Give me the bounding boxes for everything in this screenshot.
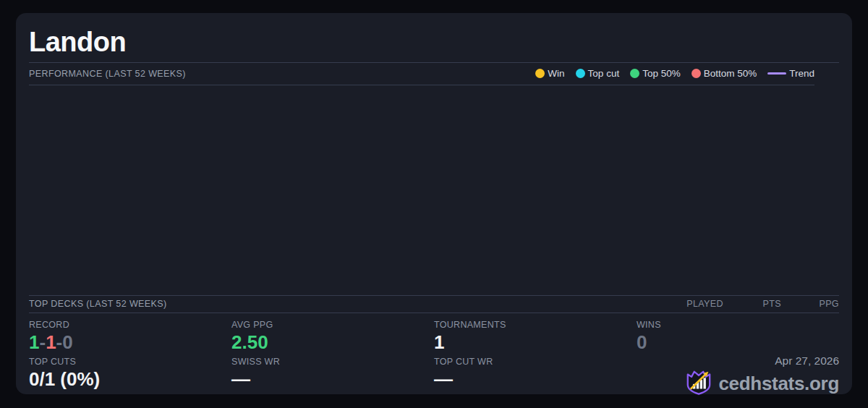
- stat-avg-ppg: AVG PPG 2.50: [231, 320, 434, 353]
- avg-ppg-value: 2.50: [231, 332, 434, 353]
- record-wins: 1: [29, 331, 39, 353]
- stat-label-top-cuts: TOP CUTS: [29, 357, 231, 367]
- record-value: 1-1-0: [29, 332, 231, 353]
- performance-chart-area: [29, 85, 839, 295]
- wins-value: 0: [637, 332, 839, 353]
- swiss-wr-value: —: [231, 369, 434, 390]
- bottom-50-dot-icon: [692, 69, 701, 78]
- stat-label-wins: WINS: [637, 320, 839, 330]
- performance-section-label: PERFORMANCE (LAST 52 WEEKS): [29, 69, 186, 79]
- column-header-pts: PTS: [723, 299, 781, 309]
- record-losses: 1: [46, 331, 56, 353]
- top-50-dot-icon: [630, 69, 639, 78]
- legend-item-win: Win: [535, 68, 564, 79]
- legend-label-trend: Trend: [789, 68, 814, 79]
- column-header-played: PLAYED: [665, 299, 723, 309]
- stat-top-cut-wr: TOP CUT WR —: [434, 357, 637, 399]
- legend-item-top-cut: Top cut: [576, 68, 620, 79]
- legend-label-win: Win: [548, 68, 564, 79]
- legend-item-top-50: Top 50%: [630, 68, 681, 79]
- stat-label-record: RECORD: [29, 320, 231, 330]
- cedhstats-brand-link[interactable]: cedhstats.org: [685, 368, 839, 399]
- legend-label-bottom-50: Bottom 50%: [704, 68, 757, 79]
- record-separator: -: [56, 331, 63, 353]
- record-separator: -: [39, 331, 46, 353]
- cedhstats-logo-icon: [685, 368, 712, 399]
- tournaments-value: 1: [434, 332, 637, 353]
- column-header-ppg: PPG: [781, 299, 839, 309]
- page-title: Landon: [29, 13, 839, 59]
- top-decks-section-label: TOP DECKS (LAST 52 WEEKS): [29, 299, 167, 309]
- top-cuts-value: 0/1 (0%): [29, 369, 231, 390]
- stat-top-cuts: TOP CUTS 0/1 (0%): [29, 357, 231, 399]
- stat-swiss-wr: SWISS WR —: [231, 357, 434, 399]
- trend-line-icon: [767, 72, 786, 75]
- legend-item-bottom-50: Bottom 50%: [692, 68, 757, 79]
- stat-label-swiss-wr: SWISS WR: [231, 357, 434, 367]
- stat-label-top-cut-wr: TOP CUT WR: [434, 357, 637, 367]
- stat-wins: WINS 0: [637, 320, 839, 353]
- stat-record: RECORD 1-1-0: [29, 320, 231, 353]
- legend-label-top-50: Top 50%: [642, 68, 681, 79]
- performance-section-header: PERFORMANCE (LAST 52 WEEKS) Win Top cut …: [29, 63, 814, 85]
- stats-grid: RECORD 1-1-0 AVG PPG 2.50 TOURNAMENTS 1 …: [29, 313, 839, 399]
- record-draws: 0: [62, 331, 72, 353]
- stat-label-avg-ppg: AVG PPG: [231, 320, 434, 330]
- report-date: Apr 27, 2026: [775, 354, 839, 367]
- top-decks-section-header: TOP DECKS (LAST 52 WEEKS) PLAYED PTS PPG: [29, 295, 839, 313]
- top-cut-dot-icon: [576, 69, 585, 78]
- stat-tournaments: TOURNAMENTS 1: [434, 320, 637, 353]
- chart-legend: Win Top cut Top 50% Bottom 50% Trend: [535, 68, 814, 79]
- legend-item-trend: Trend: [767, 68, 814, 79]
- brand-name: cedhstats.org: [718, 373, 839, 395]
- legend-label-top-cut: Top cut: [588, 68, 620, 79]
- win-dot-icon: [535, 69, 545, 78]
- player-stats-card: Landon PERFORMANCE (LAST 52 WEEKS) Win T…: [16, 13, 852, 394]
- top-decks-column-headers: PLAYED PTS PPG: [665, 299, 839, 309]
- stat-label-tournaments: TOURNAMENTS: [434, 320, 637, 330]
- footer: Apr 27, 2026 cedhstats.org: [637, 354, 839, 399]
- top-cut-wr-value: —: [434, 369, 637, 390]
